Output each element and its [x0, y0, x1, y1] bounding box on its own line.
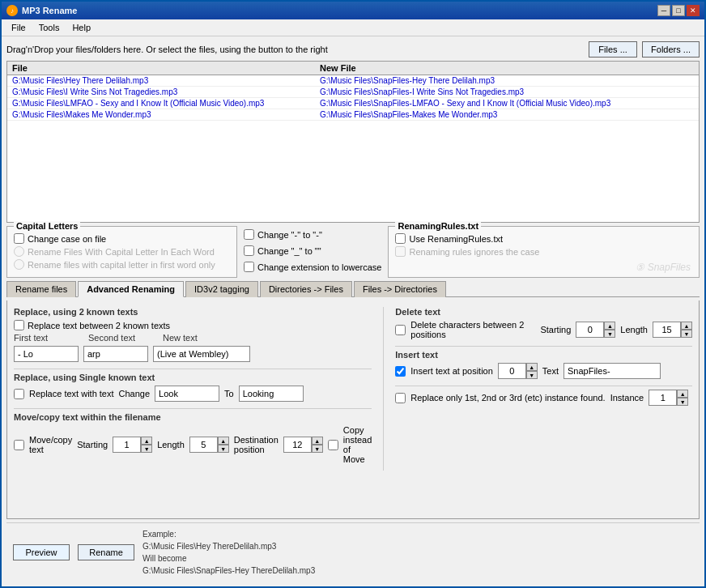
preview-button[interactable]: Preview — [13, 544, 70, 560]
app-icon: ♪ — [6, 5, 18, 16]
tab-advanced-renaming[interactable]: Advanced Renaming — [78, 281, 184, 297]
left-column: Replace, using 2 known texts Replace tex… — [14, 307, 372, 471]
close-button[interactable]: ✕ — [687, 5, 700, 16]
tab-rename-files[interactable]: Rename files — [6, 281, 76, 297]
length-up-move[interactable]: ▲ — [218, 437, 229, 445]
replace-single-label: Replace text with text — [29, 389, 114, 398]
text-labels-row: First text Second text New text — [14, 333, 372, 343]
main-window: ♪ MP3 Rename ─ □ ✕ File Tools Help Drag'… — [0, 0, 706, 588]
new-file-path: G:\Music Files\SnapFiles-Hey There Delil… — [320, 76, 694, 85]
tab-id3v2-tagging[interactable]: ID3v2 tagging — [185, 281, 258, 297]
length-up-del[interactable]: ▲ — [681, 322, 692, 330]
menu-tools[interactable]: Tools — [32, 21, 66, 34]
length-input-move[interactable] — [189, 437, 218, 453]
change-dash-checkbox[interactable] — [244, 229, 254, 240]
options-section: Capital Letters Change case on file Rena… — [6, 226, 700, 278]
insert-pos-up[interactable]: ▲ — [526, 363, 538, 371]
change-extension-label: Change extension to lowercase — [257, 262, 381, 272]
table-row[interactable]: G:\Music Files\Hey There Delilah.mp3 G:\… — [7, 75, 699, 87]
files-button[interactable]: Files ... — [589, 41, 637, 58]
instance-input[interactable] — [649, 390, 677, 406]
dest-input[interactable] — [283, 437, 312, 453]
length-btns-del: ▲ ▼ — [681, 322, 692, 338]
to-input[interactable] — [239, 386, 304, 402]
change-input[interactable] — [155, 386, 219, 402]
change-extension-checkbox[interactable] — [244, 262, 254, 272]
tab-directories-files[interactable]: Directories -> Files — [260, 281, 352, 297]
tab-files-directories[interactable]: Files -> Directories — [354, 281, 446, 297]
header-file: File — [12, 63, 320, 73]
renaming-ignores-row: Renaming rules ignores the case — [395, 246, 692, 257]
starting-btns-del: ▲ ▼ — [604, 322, 615, 338]
toolbar-label: Drag'n'Drop your files/folders here. Or … — [6, 45, 584, 54]
first-text-input[interactable] — [14, 346, 79, 362]
text-inputs-row — [14, 346, 372, 362]
tab-bar: Rename files Advanced Renaming ID3v2 tag… — [6, 281, 700, 297]
replace-single-title: Replace, using Single known text — [14, 373, 372, 382]
instance-down[interactable]: ▼ — [677, 398, 688, 406]
file-path: G:\Music Files\Hey There Delilah.mp3 — [12, 76, 320, 85]
rename-button[interactable]: Rename — [78, 544, 134, 560]
maximize-button[interactable]: □ — [672, 5, 685, 16]
length-down-move[interactable]: ▼ — [218, 445, 229, 453]
insert-pos-down[interactable]: ▼ — [526, 371, 538, 379]
file-path: G:\Music Files\I Write Sins Not Tragedie… — [12, 87, 320, 96]
move-copy-title: Move/copy text within the filename — [14, 412, 372, 422]
change-label: Change — [119, 389, 151, 398]
delete-checkbox[interactable] — [395, 325, 406, 335]
starting-label-del: Starting — [540, 325, 571, 334]
starting-down-del[interactable]: ▼ — [604, 330, 615, 338]
snapfiles-watermark: ⑤ SnapFiles — [636, 262, 691, 273]
insert-checkbox[interactable] — [395, 366, 406, 377]
change-underscore-label: Change "_" to "" — [257, 246, 321, 256]
insert-pos-input[interactable] — [498, 363, 526, 379]
rename-files-cap-each-row: Rename Files With Capital Letter In Each… — [14, 246, 230, 257]
new-file-path: G:\Music Files\SnapFiles-I Write Sins No… — [320, 87, 694, 96]
table-row[interactable]: G:\Music Files\LMFAO - Sexy and I Know I… — [7, 98, 699, 109]
file-path: G:\Music Files\Makes Me Wonder.mp3 — [12, 110, 320, 119]
menu-file[interactable]: File — [5, 21, 32, 34]
replace-between-texts-checkbox[interactable] — [14, 320, 24, 330]
change-dash-row: Change "-" to "-" — [244, 229, 381, 240]
starting-input-move[interactable] — [113, 437, 141, 453]
replace-single-checkbox[interactable] — [14, 389, 24, 399]
instance-btns: ▲ ▼ — [677, 390, 688, 406]
table-row[interactable]: G:\Music Files\Makes Me Wonder.mp3 G:\Mu… — [7, 109, 699, 121]
change-case-checkbox[interactable] — [14, 233, 24, 244]
second-text-input[interactable] — [83, 346, 148, 362]
new-text-input[interactable] — [153, 346, 250, 362]
length-input-del[interactable] — [653, 322, 681, 338]
instance-checkbox[interactable] — [395, 393, 406, 403]
instance-up[interactable]: ▲ — [677, 390, 688, 398]
dest-down[interactable]: ▼ — [312, 445, 323, 453]
use-renaming-rules-checkbox[interactable] — [395, 233, 406, 244]
table-row[interactable]: G:\Music Files\I Write Sins Not Tragedie… — [7, 87, 699, 98]
starting-down-move[interactable]: ▼ — [141, 445, 152, 453]
copy-instead-label: Copy instead of Move — [343, 425, 372, 464]
starting-up-move[interactable]: ▲ — [141, 437, 152, 445]
minimize-button[interactable]: ─ — [657, 5, 670, 16]
replace-single-row: Replace text with text Change To — [14, 386, 372, 402]
insert-text-input[interactable] — [564, 363, 661, 379]
menu-help[interactable]: Help — [66, 21, 97, 34]
delete-title: Delete text — [395, 307, 692, 317]
replace-2-texts-section: Replace, using 2 known texts Replace tex… — [14, 307, 372, 362]
renaming-rules-title: RenamingRules.txt — [395, 221, 481, 231]
rename-cap-each-radio[interactable] — [14, 246, 24, 257]
right-column: Delete text Delete characters between 2 … — [395, 307, 692, 471]
starting-input-del[interactable] — [576, 322, 604, 338]
copy-instead-checkbox[interactable] — [328, 440, 338, 450]
starting-up-del[interactable]: ▲ — [604, 322, 615, 330]
use-renaming-rules-row: Use RenamingRules.txt — [395, 233, 692, 244]
dest-label: Destination position — [234, 435, 279, 454]
folders-button[interactable]: Folders ... — [642, 41, 700, 58]
renaming-ignores-checkbox[interactable] — [395, 246, 406, 257]
new-file-path: G:\Music Files\SnapFiles-LMFAO - Sexy an… — [320, 99, 694, 108]
change-underscore-checkbox[interactable] — [244, 245, 254, 256]
rename-cap-first-radio[interactable] — [14, 259, 24, 270]
length-down-del[interactable]: ▼ — [681, 330, 692, 338]
menubar: File Tools Help — [2, 19, 704, 36]
replace-single-section: Replace, using Single known text Replace… — [14, 373, 372, 402]
dest-up[interactable]: ▲ — [312, 437, 323, 445]
move-copy-checkbox[interactable] — [14, 440, 24, 450]
